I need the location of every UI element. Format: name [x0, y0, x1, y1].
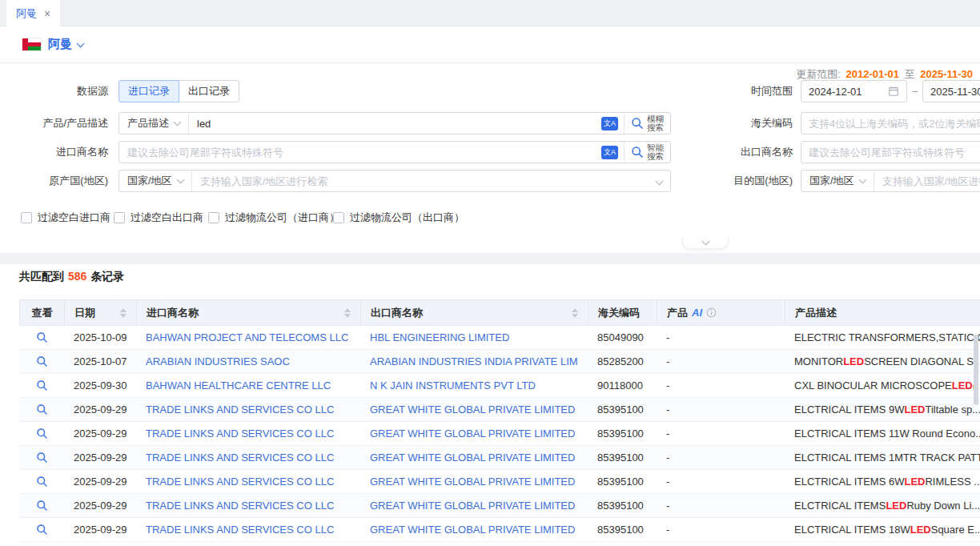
checkbox-filter-blank-importer[interactable]: 过滤空白进口商	[21, 211, 110, 225]
col-description: 产品描述	[785, 300, 980, 325]
info-icon[interactable]	[706, 307, 717, 318]
row-importer-link[interactable]: TRADE LINKS AND SERVICES CO LLC	[146, 524, 334, 536]
date-from-field[interactable]	[801, 80, 907, 102]
table-row: 2025-09-29 TRADE LINKS AND SERVICES CO L…	[19, 446, 980, 470]
date-range-separator: –	[912, 80, 918, 102]
row-exporter-link[interactable]: GREAT WHITE GLOBAL PRIVATE LIMITED	[370, 428, 575, 440]
row-view-cell	[19, 518, 64, 541]
row-description: ELCTRICAL ITEMS 1MTR TRACK PATT...	[785, 446, 980, 469]
product-input[interactable]	[189, 118, 601, 130]
view-detail-search-icon[interactable]	[36, 428, 48, 440]
row-description: MONITOR LED SCREEN DIAGONAL S...	[785, 350, 980, 373]
row-importer-link[interactable]: TRADE LINKS AND SERVICES CO LLC	[146, 452, 334, 464]
tab-oman[interactable]: 阿曼 ×	[6, 0, 60, 26]
destination-country-input[interactable]	[874, 175, 980, 187]
row-product: -	[657, 470, 785, 493]
result-count-number: 586	[68, 270, 86, 283]
date-to-field[interactable]	[922, 80, 980, 102]
row-description: ELCTRICAL ITEMS LED Ruby Down Li...	[785, 494, 980, 517]
tab-label: 阿曼	[16, 6, 37, 21]
country-selector[interactable]: 阿曼	[48, 37, 83, 52]
sort-icon[interactable]	[114, 308, 127, 318]
tab-export-records[interactable]: 出口记录	[179, 80, 239, 102]
row-hs-code: 85395100	[588, 422, 657, 445]
product-field-select[interactable]: 产品描述	[119, 113, 189, 134]
row-description: ELCTRICAL ITEMS 11W Round Econo...	[785, 422, 980, 445]
hs-code-input[interactable]	[809, 118, 980, 130]
update-range-to: 2025-11-30	[920, 68, 973, 80]
exporter-label: 出口商名称	[701, 141, 793, 163]
row-hs-code: 85395100	[588, 446, 657, 469]
row-description: ELCTRICAL ITEMS 9W LED Tiltable sp...	[785, 398, 980, 421]
row-exporter-link[interactable]: GREAT WHITE GLOBAL PRIVATE LIMITED	[370, 524, 575, 536]
row-exporter-link[interactable]: GREAT WHITE GLOBAL PRIVATE LIMITED	[370, 476, 575, 488]
view-detail-search-icon[interactable]	[36, 379, 48, 391]
row-importer-link[interactable]: TRADE LINKS AND SERVICES CO LLC	[146, 428, 334, 440]
table-body: 2025-10-09 BAHWAN PROJECT AND TELECOMS L…	[19, 326, 980, 542]
row-product: -	[657, 446, 785, 469]
row-date: 2025-09-29	[64, 398, 136, 421]
row-exporter-link[interactable]: GREAT WHITE GLOBAL PRIVATE LIMITED	[370, 403, 575, 416]
row-importer-link[interactable]: ARABIAN INDUSTRIES SAOC	[146, 355, 290, 367]
view-detail-search-icon[interactable]	[36, 500, 48, 512]
hs-code-field[interactable]	[801, 112, 980, 134]
smart-search-button[interactable]: 智能 搜索	[625, 142, 670, 163]
row-importer-link[interactable]: BAHWAN PROJECT AND TELECOMS LLC	[146, 331, 348, 343]
collapse-panel-button[interactable]	[682, 236, 729, 249]
chevron-down-icon	[858, 176, 866, 184]
fuzzy-search-button[interactable]: 模糊 搜索	[625, 113, 670, 134]
date-to-input[interactable]	[930, 86, 980, 98]
chevron-down-icon	[77, 39, 85, 47]
date-from-input[interactable]	[809, 86, 883, 98]
view-detail-search-icon[interactable]	[36, 524, 48, 536]
destination-country-control: 国家/地区	[801, 170, 980, 192]
row-importer-link[interactable]: TRADE LINKS AND SERVICES CO LLC	[146, 476, 334, 488]
exporter-field[interactable]	[801, 141, 980, 163]
sort-icon[interactable]	[338, 308, 351, 318]
view-detail-search-icon[interactable]	[36, 403, 48, 416]
oman-flag-icon	[22, 38, 41, 50]
checkbox-label: 过滤空白出口商	[131, 211, 203, 225]
row-hs-code: 85049090	[588, 326, 657, 349]
row-importer-link[interactable]: TRADE LINKS AND SERVICES CO LLC	[146, 403, 334, 416]
view-detail-search-icon[interactable]	[36, 476, 48, 488]
row-hs-code: 85395100	[588, 398, 657, 421]
sort-icon[interactable]	[565, 308, 578, 318]
row-description: ELCTRICAL ITEMS 6W LED RIMLESS ...	[785, 470, 980, 493]
checkbox-label: 过滤物流公司（进口商）	[225, 211, 339, 225]
view-detail-search-icon[interactable]	[36, 452, 48, 464]
row-exporter-link[interactable]: ARABIAN INDUSTRIES INDIA PRIVATE LIMIT..…	[370, 355, 578, 367]
row-exporter-link[interactable]: GREAT WHITE GLOBAL PRIVATE LIMITED	[370, 500, 575, 512]
row-exporter-link[interactable]: HBL ENGINEERING LIMITED	[370, 331, 509, 343]
origin-country-select[interactable]: 国家/地区	[119, 171, 192, 191]
country-header: 阿曼	[0, 26, 980, 63]
datasource-label: 数据源	[16, 80, 108, 102]
row-exporter-link[interactable]: N K JAIN INSTRUMENTS PVT LTD	[370, 379, 536, 391]
tab-import-records[interactable]: 进口记录	[118, 80, 179, 102]
exporter-input[interactable]	[809, 147, 980, 159]
translate-icon[interactable]: 文A	[601, 146, 618, 159]
checkbox-filter-logistics-importer[interactable]: 过滤物流公司（进口商）	[208, 211, 339, 225]
table-row: 2025-09-29 TRADE LINKS AND SERVICES CO L…	[19, 398, 980, 422]
vertical-scrollbar-thumb[interactable]	[974, 335, 978, 405]
row-importer-link[interactable]: TRADE LINKS AND SERVICES CO LLC	[146, 500, 334, 512]
tab-close-icon[interactable]: ×	[44, 8, 50, 19]
checkbox-filter-blank-exporter[interactable]: 过滤空白出口商	[114, 211, 203, 225]
checkbox-label: 过滤空白进口商	[38, 211, 110, 225]
row-view-cell	[19, 350, 64, 373]
row-exporter-link[interactable]: GREAT WHITE GLOBAL PRIVATE LIMITED	[370, 452, 575, 464]
checkbox-filter-logistics-exporter[interactable]: 过滤物流公司（出口商）	[333, 211, 464, 225]
row-importer-link[interactable]: BAHWAN HEALTHCARE CENTRE LLC	[146, 379, 331, 391]
view-detail-search-icon[interactable]	[36, 355, 48, 367]
view-detail-search-icon[interactable]	[36, 331, 48, 343]
window-tabbar: 阿曼 ×	[0, 0, 980, 26]
row-view-cell	[19, 494, 64, 517]
importer-input[interactable]	[119, 147, 601, 159]
translate-icon[interactable]: 文A	[601, 117, 618, 130]
search-icon	[631, 146, 644, 159]
table-row: 2025-09-29 TRADE LINKS AND SERVICES CO L…	[19, 422, 980, 446]
table-row: 2025-09-29 TRADE LINKS AND SERVICES CO L…	[19, 494, 980, 518]
origin-country-input[interactable]	[192, 175, 655, 187]
destination-label: 目的国(地区)	[701, 170, 793, 192]
destination-country-select[interactable]: 国家/地区	[801, 171, 874, 191]
